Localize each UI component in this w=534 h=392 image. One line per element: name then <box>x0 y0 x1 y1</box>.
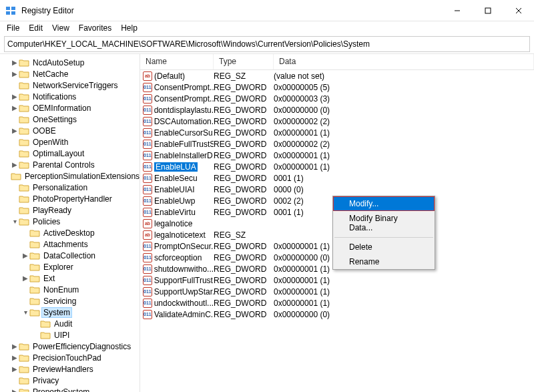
list-item[interactable]: 011EnableLUAREG_DWORD0x00000001 (1) <box>140 161 534 172</box>
expander-icon[interactable]: ▶ <box>11 59 19 67</box>
expander-icon[interactable]: ▶ <box>11 104 19 112</box>
tree-node[interactable]: ▶OOBE <box>0 125 140 136</box>
tree-node[interactable]: OneSettings <box>0 114 140 125</box>
value-dword-icon: 011 <box>143 253 152 262</box>
list-item[interactable]: ab(Default)REG_SZ(value not set) <box>140 70 534 81</box>
menu-item[interactable]: Modify Binary Data... <box>333 211 435 235</box>
list-item[interactable]: 011undockwithoutl...REG_DWORD0x00000001 … <box>140 297 534 309</box>
tree-node[interactable]: ▾Policies <box>0 216 140 227</box>
menu-item[interactable]: Rename <box>333 254 435 269</box>
tree-node-label: Privacy <box>31 375 61 386</box>
tree-node[interactable]: ActiveDesktop <box>0 227 140 238</box>
tree-node[interactable]: ▶PrecisionTouchPad <box>0 352 140 363</box>
tree-node[interactable]: Privacy <box>0 375 140 386</box>
tree-node-label: PreviewHandlers <box>31 364 95 375</box>
expander-icon[interactable]: ▶ <box>11 365 19 373</box>
expander-icon[interactable]: ▶ <box>21 274 29 282</box>
tree-node[interactable]: ▶NetCache <box>0 68 140 79</box>
tree-node[interactable]: Attachments <box>0 238 140 250</box>
tree-node[interactable]: OptimalLayout <box>0 148 140 159</box>
expander-icon[interactable]: ▶ <box>11 70 19 78</box>
tree-node[interactable]: PhotoPropertyHandler <box>0 193 140 204</box>
tree-node[interactable]: NetworkServiceTriggers <box>0 79 140 91</box>
value-type: REG_SZ <box>214 230 274 240</box>
list-item[interactable]: 011dontdisplaylastu...REG_DWORD0x0000000… <box>140 104 534 116</box>
list-item[interactable]: 011EnableUIAIREG_DWORD 0000 (0) <box>140 184 534 195</box>
tree-node[interactable]: Personalization <box>0 182 140 193</box>
value-name: EnableFullTrustS... <box>154 140 214 149</box>
value-dword-icon: 011 <box>143 208 152 217</box>
value-type: REG_DWORD <box>214 253 274 262</box>
tree-node[interactable]: OpenWith <box>0 136 140 148</box>
list-header[interactable]: Name Type Data <box>140 54 534 70</box>
tree-node[interactable]: ▶PowerEfficiencyDiagnostics <box>0 341 140 352</box>
folder-icon <box>19 387 29 393</box>
list-item[interactable]: 011EnableFullTrustS...REG_DWORD0x0000000… <box>140 138 534 150</box>
value-type: REG_DWORD <box>214 242 274 251</box>
value-string-icon: ab <box>143 71 152 81</box>
list-item[interactable]: 011ConsentPrompt...REG_DWORD0x00000003 (… <box>140 93 534 104</box>
tree-node[interactable]: Servicing <box>0 295 140 307</box>
tree-node-label: Policies <box>31 216 62 227</box>
tree-node[interactable]: ▶DataCollection <box>0 250 140 261</box>
value-dword-icon: 011 <box>143 185 152 194</box>
tree-node[interactable]: ▶PreviewHandlers <box>0 363 140 375</box>
maximize-button[interactable] <box>473 0 503 21</box>
tree-node[interactable]: NonEnum <box>0 284 140 295</box>
expander-icon[interactable]: ▶ <box>11 93 19 101</box>
value-type: REG_DWORD <box>214 185 274 194</box>
menu-view[interactable]: View <box>48 22 73 34</box>
tree-node[interactable]: PerceptionSimulationExtensions <box>0 170 140 182</box>
tree-node[interactable]: Explorer <box>0 261 140 272</box>
value-dword-icon: 011 <box>143 140 152 149</box>
value-type: REG_DWORD <box>214 117 274 126</box>
column-data[interactable]: Data <box>274 54 534 69</box>
expander-icon[interactable]: ▶ <box>11 343 19 351</box>
menu-item[interactable]: Delete <box>333 240 435 254</box>
list-item[interactable]: 011SupportFullTrust...REG_DWORD0x0000000… <box>140 274 534 286</box>
column-name[interactable]: Name <box>140 54 214 69</box>
tree-node[interactable]: ▶PropertySystem <box>0 386 140 392</box>
tree-node[interactable]: ▾System <box>0 307 140 318</box>
registry-tree[interactable]: ▶NcdAutoSetup▶NetCacheNetworkServiceTrig… <box>0 54 140 392</box>
value-data: 0x00000001 (1) <box>274 162 534 172</box>
list-item[interactable]: 011ConsentPrompt...REG_DWORD0x00000005 (… <box>140 81 534 93</box>
expander-icon[interactable]: ▶ <box>11 388 19 393</box>
list-item[interactable]: 011SupportUwpStar...REG_DWORD0x00000001 … <box>140 286 534 297</box>
address-bar[interactable]: Computer\HKEY_LOCAL_MACHINE\SOFTWARE\Mic… <box>4 36 530 52</box>
expander-icon[interactable]: ▾ <box>21 309 29 317</box>
folder-icon <box>29 308 40 317</box>
tree-node[interactable]: ▶OEMInformation <box>0 102 140 114</box>
value-data: 0001 (1) <box>274 174 534 183</box>
menu-edit[interactable]: Edit <box>25 22 47 34</box>
expander-icon[interactable]: ▶ <box>21 252 29 260</box>
tree-node[interactable]: PlayReady <box>0 204 140 216</box>
minimize-button[interactable] <box>442 0 473 21</box>
folder-icon <box>19 92 29 102</box>
svg-rect-3 <box>11 11 15 15</box>
value-type: REG_SZ <box>214 71 274 81</box>
menu-file[interactable]: File <box>3 22 23 34</box>
close-button[interactable] <box>503 0 534 21</box>
tree-node[interactable]: UIPI <box>0 329 140 341</box>
tree-node[interactable]: ▶Notifications <box>0 91 140 102</box>
list-item[interactable]: 011EnableCursorSu...REG_DWORD0x00000001 … <box>140 127 534 138</box>
value-name: legalnoticetext <box>154 230 206 240</box>
list-item[interactable]: 011ValidateAdminC...REG_DWORD0x00000000 … <box>140 309 534 320</box>
value-type: REG_DWORD <box>214 287 274 297</box>
expander-icon[interactable]: ▾ <box>11 218 19 226</box>
list-item[interactable]: 011EnableInstallerD...REG_DWORD0x0000000… <box>140 150 534 161</box>
list-item[interactable]: 011DSCAutomation...REG_DWORD0x00000002 (… <box>140 116 534 127</box>
tree-node[interactable]: Audit <box>0 318 140 329</box>
expander-icon[interactable]: ▶ <box>11 161 19 169</box>
tree-node[interactable]: ▶NcdAutoSetup <box>0 57 140 68</box>
menu-help[interactable]: Help <box>117 22 142 34</box>
tree-node[interactable]: ▶Parental Controls <box>0 159 140 170</box>
expander-icon[interactable]: ▶ <box>11 127 19 135</box>
menu-favorites[interactable]: Favorites <box>75 22 115 34</box>
column-type[interactable]: Type <box>214 54 274 69</box>
menu-item[interactable]: Modify... <box>333 196 435 211</box>
list-item[interactable]: 011EnableSecuREG_DWORD 0001 (1) <box>140 172 534 184</box>
tree-node[interactable]: ▶Ext <box>0 272 140 284</box>
expander-icon[interactable]: ▶ <box>11 354 19 362</box>
